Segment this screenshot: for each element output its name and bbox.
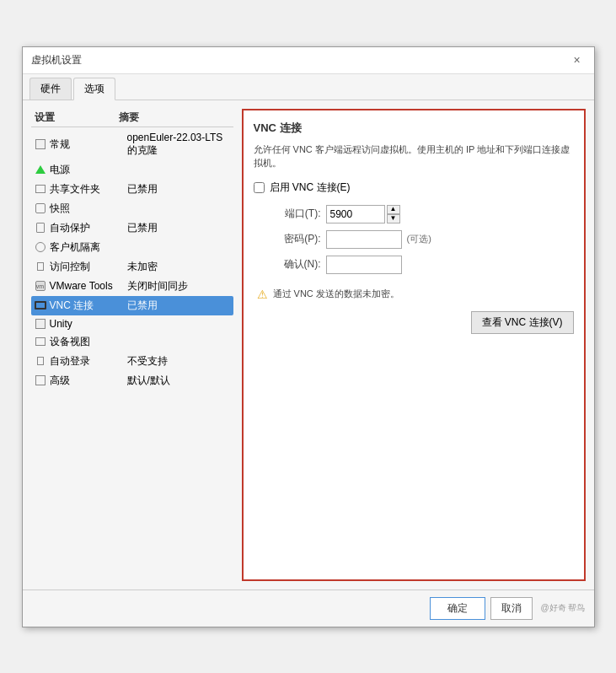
vnc-warning-text: 通过 VNC 发送的数据未加密。	[273, 288, 399, 300]
access-icon	[35, 261, 46, 272]
settings-label-general: 常规	[50, 137, 70, 152]
watermark: @好奇 帮鸟	[541, 602, 586, 614]
settings-summary-access: 未加密	[127, 260, 230, 274]
title-bar: 虚拟机设置 ×	[23, 47, 594, 74]
settings-summary-autoprotect: 已禁用	[127, 221, 230, 235]
settings-summary-vnc: 已禁用	[127, 299, 230, 313]
vnc-confirm-row: 确认(N):	[254, 256, 574, 274]
settings-row-snapshot[interactable]: 快照	[31, 199, 233, 218]
main-window: 虚拟机设置 × 硬件 选项 设置 摘要 常规 openEuler-22.03-L…	[22, 46, 595, 627]
vnc-password-optional: (可选)	[407, 233, 431, 245]
settings-row-vnc[interactable]: VNC 连接 已禁用	[31, 296, 233, 315]
vnc-port-label: 端口(T):	[271, 207, 321, 221]
unity-icon	[35, 318, 46, 330]
settings-row-advanced[interactable]: 高级 默认/默认	[31, 371, 233, 390]
settings-list: 设置 摘要 常规 openEuler-22.03-LTS 的克隆 电源	[31, 109, 233, 581]
vmwaretools-icon: vm	[35, 280, 46, 292]
header-summary: 摘要	[119, 110, 230, 125]
vnc-confirm-label: 确认(N):	[271, 257, 321, 272]
vnc-port-row: 端口(T): ▲ ▼	[254, 205, 574, 223]
advanced-icon	[35, 374, 46, 386]
settings-label-autologin: 自动登录	[50, 354, 90, 369]
shared-icon	[35, 183, 46, 195]
vnc-confirm-input[interactable]	[326, 256, 402, 274]
vnc-warning-row: ⚠ 通过 VNC 发送的数据未加密。	[254, 288, 574, 301]
settings-row-shared[interactable]: 共享文件夹 已禁用	[31, 180, 233, 199]
vnc-icon	[35, 299, 46, 311]
ok-button[interactable]: 确定	[430, 597, 485, 620]
settings-label-access: 访问控制	[50, 260, 90, 274]
autologin-icon	[35, 355, 46, 367]
settings-header: 设置 摘要	[31, 109, 233, 127]
vnc-port-input[interactable]	[326, 205, 385, 223]
vnc-port-spinner: ▲ ▼	[387, 205, 400, 223]
settings-row-devview[interactable]: 设备视图	[31, 332, 233, 352]
settings-label-unity: Unity	[50, 318, 72, 330]
settings-summary-general: openEuler-22.03-LTS 的克隆	[127, 132, 230, 158]
general-icon	[35, 138, 46, 150]
vnc-enable-checkbox[interactable]	[254, 182, 265, 193]
vnc-enable-row: 启用 VNC 连接(E)	[254, 180, 574, 195]
bottom-bar: 确定 取消 @好奇 帮鸟	[23, 590, 594, 627]
port-spinner-down[interactable]: ▼	[387, 214, 400, 223]
settings-label-autoprotect: 自动保护	[50, 221, 90, 235]
settings-label-vmwaretools: VMware Tools	[50, 280, 113, 292]
vnc-port-container: ▲ ▼	[326, 205, 400, 223]
settings-row-general[interactable]: 常规 openEuler-22.03-LTS 的克隆	[31, 129, 233, 160]
vnc-panel-title: VNC 连接	[254, 121, 574, 136]
warning-icon: ⚠	[257, 288, 268, 301]
cancel-button[interactable]: 取消	[490, 597, 533, 620]
isolation-icon	[35, 241, 46, 253]
header-setting: 设置	[35, 110, 119, 125]
settings-row-unity[interactable]: Unity	[31, 315, 233, 332]
settings-row-autologin[interactable]: 自动登录 不受支持	[31, 352, 233, 371]
settings-row-power[interactable]: 电源	[31, 160, 233, 180]
window-title: 虚拟机设置	[31, 53, 82, 67]
vnc-panel: VNC 连接 允许任何 VNC 客户端远程访问虚拟机。使用主机的 IP 地址和下…	[242, 109, 586, 581]
content-area: 设置 摘要 常规 openEuler-22.03-LTS 的克隆 电源	[23, 100, 594, 590]
settings-summary-vmwaretools: 关闭时间同步	[127, 279, 230, 293]
settings-label-shared: 共享文件夹	[50, 182, 100, 197]
devview-icon	[35, 336, 46, 347]
settings-label-isolation: 客户机隔离	[50, 240, 100, 255]
vnc-view-button[interactable]: 查看 VNC 连接(V)	[471, 311, 574, 334]
vnc-password-label: 密码(P):	[271, 232, 321, 246]
settings-summary-autologin: 不受支持	[127, 354, 230, 369]
settings-label-snapshot: 快照	[50, 202, 70, 216]
tab-bar: 硬件 选项	[23, 74, 594, 100]
settings-row-access[interactable]: 访问控制 未加密	[31, 257, 233, 277]
autoprotect-icon	[35, 222, 46, 234]
close-button[interactable]: ×	[569, 51, 586, 68]
vnc-enable-label[interactable]: 启用 VNC 连接(E)	[270, 180, 351, 195]
port-spinner-up[interactable]: ▲	[387, 205, 400, 214]
vnc-password-row: 密码(P): (可选)	[254, 230, 574, 249]
vnc-password-input[interactable]	[326, 230, 402, 249]
settings-label-vnc: VNC 连接	[50, 299, 94, 313]
vnc-panel-description: 允许任何 VNC 客户端远程访问虚拟机。使用主机的 IP 地址和下列端口连接虚拟…	[254, 143, 574, 170]
settings-summary-advanced: 默认/默认	[127, 374, 230, 388]
snapshot-icon	[35, 202, 46, 214]
settings-row-isolation[interactable]: 客户机隔离	[31, 238, 233, 257]
power-icon	[35, 164, 46, 175]
settings-label-advanced: 高级	[50, 374, 70, 388]
settings-row-vmwaretools[interactable]: vm VMware Tools 关闭时间同步	[31, 277, 233, 296]
tab-hardware[interactable]: 硬件	[29, 78, 72, 100]
settings-label-devview: 设备视图	[50, 335, 90, 349]
tab-options[interactable]: 选项	[73, 78, 115, 100]
settings-row-autoprotect[interactable]: 自动保护 已禁用	[31, 218, 233, 238]
settings-summary-shared: 已禁用	[127, 182, 230, 197]
settings-label-power: 电源	[50, 163, 70, 177]
